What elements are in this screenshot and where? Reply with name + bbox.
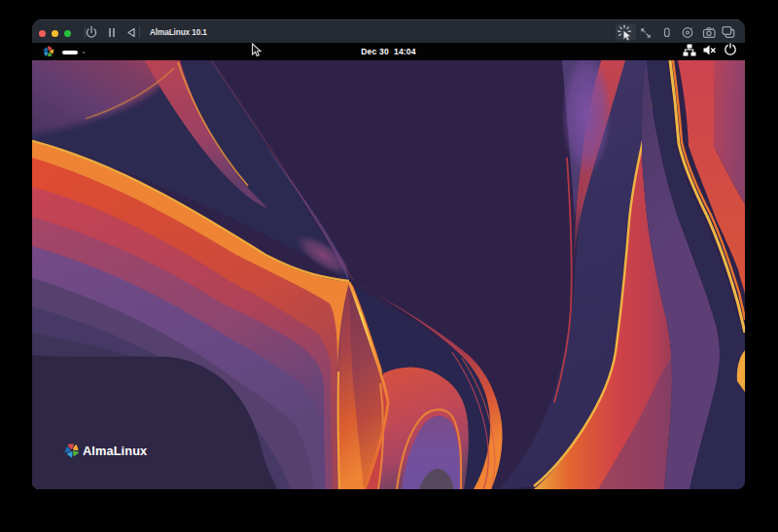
svg-text:AlmaLinux: AlmaLinux bbox=[83, 443, 148, 458]
